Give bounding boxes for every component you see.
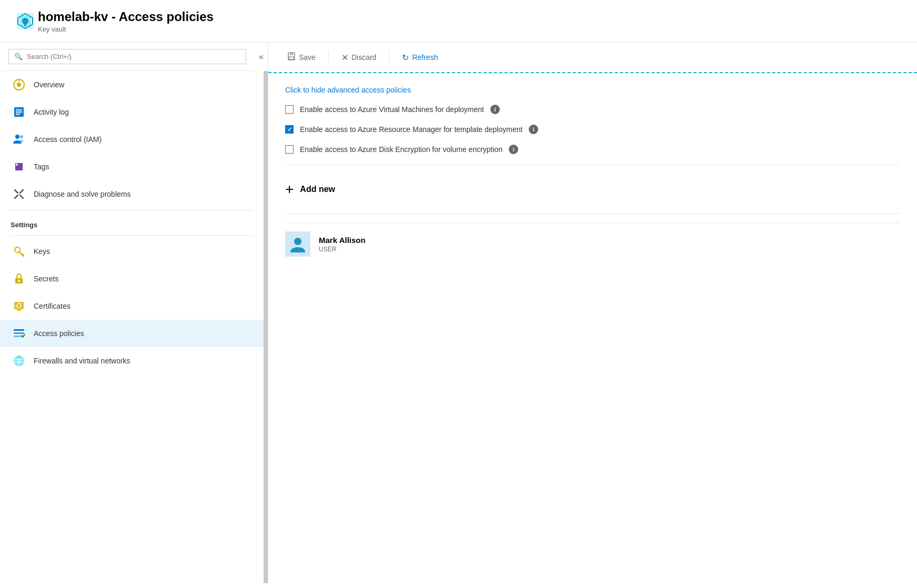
sidebar-scrollbar[interactable] bbox=[264, 71, 268, 583]
page-title: homelab-kv - Access policies bbox=[38, 9, 214, 24]
nav-divider-1 bbox=[11, 210, 253, 210]
user-item[interactable]: Mark Allison USER bbox=[285, 222, 900, 265]
arm-deployment-checkbox[interactable] bbox=[285, 125, 294, 134]
add-new-label: Add new bbox=[300, 185, 335, 194]
sidebar-item-activity-log[interactable]: Activity log bbox=[0, 98, 264, 126]
add-new-button[interactable]: + Add new bbox=[285, 174, 335, 205]
diagnose-icon bbox=[11, 186, 27, 202]
refresh-icon: ↻ bbox=[402, 53, 409, 63]
sidebar-item-tags-label: Tags bbox=[34, 163, 49, 171]
access-policies-icon bbox=[11, 325, 27, 342]
disk-encryption-label: Enable access to Azure Disk Encryption f… bbox=[300, 145, 518, 154]
discard-button[interactable]: ✕ Discard bbox=[335, 49, 382, 66]
svg-rect-4 bbox=[24, 23, 26, 26]
refresh-label: Refresh bbox=[412, 53, 438, 62]
keys-icon bbox=[11, 243, 27, 260]
svg-point-13 bbox=[20, 135, 23, 138]
svg-point-12 bbox=[15, 135, 19, 139]
sidebar-scroll-area: Overview Activity log Access control (IA… bbox=[0, 71, 268, 583]
iam-icon bbox=[11, 131, 27, 148]
keyvault-icon bbox=[13, 8, 38, 34]
vm-deployment-label: Enable access to Azure Virtual Machines … bbox=[300, 105, 500, 114]
settings-section-header: Settings bbox=[0, 212, 264, 233]
disk-encryption-checkbox[interactable] bbox=[285, 145, 294, 154]
certificates-icon bbox=[11, 298, 27, 315]
refresh-button[interactable]: ↻ Refresh bbox=[396, 49, 444, 66]
svg-rect-40 bbox=[290, 53, 293, 55]
firewalls-icon bbox=[11, 352, 27, 369]
svg-rect-31 bbox=[14, 332, 24, 334]
save-button[interactable]: Save bbox=[281, 49, 322, 66]
svg-rect-30 bbox=[14, 329, 24, 331]
activity-log-icon bbox=[11, 104, 27, 120]
arm-deployment-row: Enable access to Azure Resource Manager … bbox=[285, 125, 900, 134]
svg-point-15 bbox=[16, 164, 18, 166]
svg-line-16 bbox=[15, 190, 18, 193]
save-label: Save bbox=[299, 53, 316, 62]
svg-point-42 bbox=[294, 238, 301, 245]
sidebar-item-overview[interactable]: Overview bbox=[0, 71, 264, 98]
header-text: homelab-kv - Access policies Key vault bbox=[38, 9, 214, 33]
discard-icon: ✕ bbox=[341, 53, 348, 63]
svg-rect-25 bbox=[14, 302, 24, 309]
svg-point-6 bbox=[17, 83, 21, 87]
sidebar-item-access-policies[interactable]: Access policies bbox=[0, 320, 264, 347]
sidebar-item-keys[interactable]: Keys bbox=[0, 238, 264, 265]
search-row: 🔍 « bbox=[0, 43, 268, 71]
vm-deployment-row: Enable access to Azure Virtual Machines … bbox=[285, 105, 900, 114]
tags-icon bbox=[11, 158, 27, 175]
toolbar: Save ✕ Discard ↻ Refresh bbox=[268, 43, 917, 73]
sidebar-item-secrets[interactable]: Secrets bbox=[0, 265, 264, 292]
svg-line-17 bbox=[20, 195, 23, 198]
svg-rect-41 bbox=[289, 57, 294, 59]
sidebar-item-keys-label: Keys bbox=[34, 247, 50, 256]
content-area: Click to hide advanced access policies E… bbox=[268, 73, 917, 583]
search-container: 🔍 bbox=[0, 43, 255, 71]
sidebar-item-activity-log-label: Activity log bbox=[34, 108, 69, 116]
overview-icon bbox=[11, 76, 27, 93]
page-header: homelab-kv - Access policies Key vault bbox=[0, 0, 917, 43]
sidebar-item-certificates[interactable]: Certificates bbox=[0, 292, 264, 320]
svg-line-18 bbox=[15, 195, 18, 198]
sidebar-item-diagnose-label: Diagnose and solve problems bbox=[34, 190, 130, 198]
sidebar-item-iam-label: Access control (IAM) bbox=[34, 135, 102, 144]
arm-deployment-label: Enable access to Azure Resource Manager … bbox=[300, 125, 538, 134]
hide-advanced-link[interactable]: Click to hide advanced access policies bbox=[285, 86, 411, 94]
svg-line-19 bbox=[20, 190, 23, 193]
svg-rect-10 bbox=[16, 111, 22, 113]
disk-encryption-info-icon[interactable]: i bbox=[509, 145, 518, 154]
svg-point-38 bbox=[18, 356, 20, 358]
main-layout: 🔍 « Overview Activity bbox=[0, 43, 917, 583]
sidebar-nav: Overview Activity log Access control (IA… bbox=[0, 71, 264, 583]
sidebar-item-firewalls-label: Firewalls and virtual networks bbox=[34, 357, 130, 365]
sidebar-item-secrets-label: Secrets bbox=[34, 275, 58, 283]
sidebar-item-diagnose[interactable]: Diagnose and solve problems bbox=[0, 180, 264, 208]
nav-divider-2 bbox=[11, 235, 253, 236]
section-divider-2 bbox=[285, 214, 900, 214]
sidebar-item-overview-label: Overview bbox=[34, 80, 64, 89]
svg-rect-9 bbox=[16, 109, 22, 110]
vm-deployment-info-icon[interactable]: i bbox=[490, 105, 500, 114]
svg-rect-11 bbox=[16, 114, 20, 115]
discard-label: Discard bbox=[351, 53, 376, 62]
search-input[interactable] bbox=[27, 53, 240, 60]
collapse-sidebar-button[interactable]: « bbox=[255, 50, 268, 64]
sidebar-item-access-policies-label: Access policies bbox=[34, 329, 84, 338]
sidebar-item-tags[interactable]: Tags bbox=[0, 153, 264, 180]
vm-deployment-checkbox[interactable] bbox=[285, 105, 294, 114]
sidebar-item-access-control[interactable]: Access control (IAM) bbox=[0, 126, 264, 153]
arm-deployment-info-icon[interactable]: i bbox=[529, 125, 538, 134]
save-icon bbox=[287, 52, 296, 63]
user-role: USER bbox=[319, 246, 366, 253]
search-box: 🔍 bbox=[8, 49, 246, 64]
svg-marker-14 bbox=[13, 160, 25, 173]
section-divider-1 bbox=[285, 165, 900, 165]
plus-icon: + bbox=[285, 182, 294, 197]
user-info: Mark Allison USER bbox=[319, 236, 366, 253]
sidebar: 🔍 « Overview Activity bbox=[0, 43, 268, 583]
svg-rect-32 bbox=[14, 336, 21, 337]
sidebar-item-firewalls[interactable]: Firewalls and virtual networks bbox=[0, 347, 264, 374]
user-name: Mark Allison bbox=[319, 236, 366, 245]
toolbar-divider-2 bbox=[389, 51, 389, 64]
disk-encryption-row: Enable access to Azure Disk Encryption f… bbox=[285, 145, 900, 154]
